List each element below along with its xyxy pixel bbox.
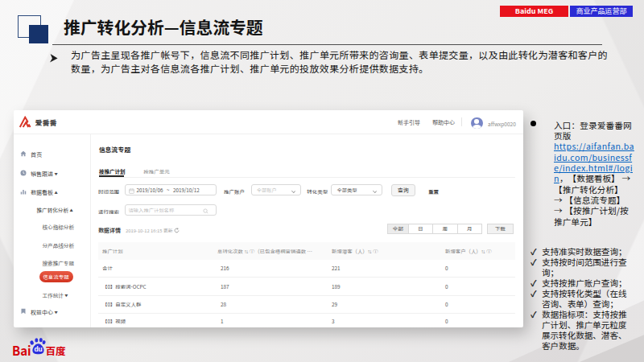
svg-text:du: du <box>35 345 43 353</box>
